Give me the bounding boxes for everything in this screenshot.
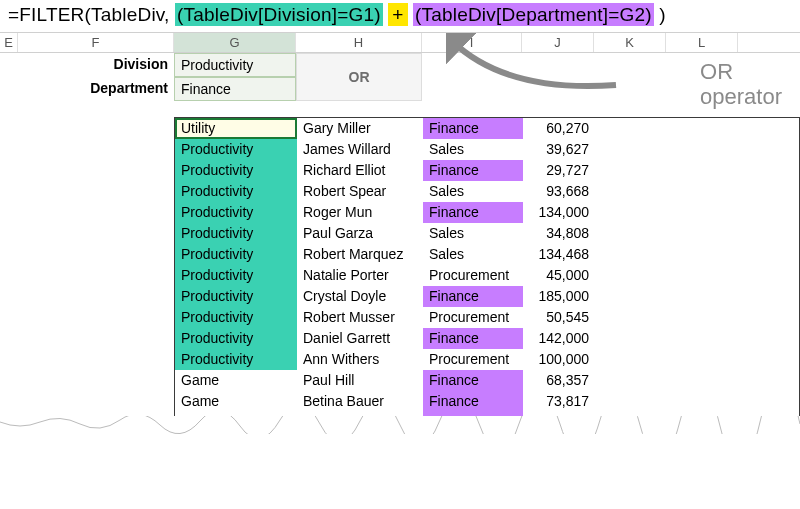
cell-department[interactable]: Finance — [423, 118, 523, 139]
cell-value[interactable]: 60,270 — [523, 118, 595, 139]
formula-seg-cond2: (TableDiv[Department]=G2) — [413, 3, 654, 26]
cell-name[interactable]: Paul Hill — [297, 370, 423, 391]
cell-division[interactable]: Game — [175, 370, 297, 391]
column-header-L[interactable]: L — [666, 33, 738, 52]
cell-value[interactable]: 185,000 — [523, 286, 595, 307]
cell-value[interactable]: 68,357 — [523, 370, 595, 391]
cell-division[interactable]: Productivity — [175, 139, 297, 160]
cell-division[interactable]: Productivity — [175, 349, 297, 370]
cell-department[interactable]: Sales — [423, 181, 523, 202]
cell-name[interactable]: Daniel Garrett — [297, 328, 423, 349]
column-headers: EFGHIJKL — [0, 32, 800, 53]
cell-value[interactable]: 100,000 — [523, 349, 595, 370]
cell-name[interactable]: Ann Withers — [297, 349, 423, 370]
cell-value[interactable]: 34,808 — [523, 223, 595, 244]
cell-value[interactable]: 50,545 — [523, 307, 595, 328]
cell-division[interactable]: Productivity — [175, 307, 297, 328]
cell-name[interactable]: James Willard — [297, 139, 423, 160]
cell-value[interactable]: 73,817 — [523, 391, 595, 412]
cell-division[interactable]: Productivity — [175, 286, 297, 307]
input-division[interactable]: Productivity — [174, 53, 296, 77]
cell-department[interactable]: Procurement — [423, 265, 523, 286]
cell-division[interactable]: Productivity — [175, 223, 297, 244]
column-header-E[interactable]: E — [0, 33, 18, 52]
cell-division[interactable]: Productivity — [175, 244, 297, 265]
cell-department[interactable]: Procurement — [423, 349, 523, 370]
cell-division[interactable]: Productivity — [175, 181, 297, 202]
cell-department[interactable]: Sales — [423, 244, 523, 265]
formula-seg-cond1: (TableDiv[Division]=G1) — [175, 3, 383, 26]
cell-division[interactable]: Productivity — [175, 160, 297, 181]
column-header-G[interactable]: G — [174, 33, 296, 52]
or-button[interactable]: OR — [296, 53, 422, 101]
column-header-F[interactable]: F — [18, 33, 174, 52]
cell-name[interactable]: Betina Bauer — [297, 391, 423, 412]
cell-department[interactable]: Finance — [423, 160, 523, 181]
cell-department[interactable]: Procurement — [423, 307, 523, 328]
cell-department[interactable]: Finance — [423, 391, 523, 412]
cell-name[interactable]: Robert Musser — [297, 307, 423, 328]
cell-value[interactable]: 39,627 — [523, 139, 595, 160]
cell-division[interactable]: Productivity — [175, 328, 297, 349]
formula-seg-func: =FILTER(TableDiv, — [8, 4, 175, 25]
cell-department[interactable]: Sales — [423, 139, 523, 160]
cell-division[interactable]: Game — [175, 391, 297, 412]
cell-name[interactable]: Paul Garza — [297, 223, 423, 244]
cell-value[interactable]: 142,000 — [523, 328, 595, 349]
result-table: UtilityGary MillerFinance60,270Productiv… — [174, 117, 800, 434]
cell-value[interactable]: 134,468 — [523, 244, 595, 265]
column-header-K[interactable]: K — [594, 33, 666, 52]
cell-division[interactable]: Productivity — [175, 202, 297, 223]
cell-department[interactable]: Finance — [423, 328, 523, 349]
column-header-H[interactable]: H — [296, 33, 422, 52]
criteria-area: Division Productivity OR Department Fina… — [0, 53, 800, 101]
cell-value[interactable]: 93,668 — [523, 181, 595, 202]
label-division: Division — [18, 53, 174, 77]
cell-division[interactable]: Utility — [175, 118, 297, 139]
cell-department[interactable]: Finance — [423, 202, 523, 223]
input-department[interactable]: Finance — [174, 77, 296, 101]
cell-value[interactable]: 45,000 — [523, 265, 595, 286]
cell-name[interactable]: Richard Elliot — [297, 160, 423, 181]
cell-name[interactable]: Crystal Doyle — [297, 286, 423, 307]
cell-department[interactable]: Sales — [423, 223, 523, 244]
cell-name[interactable]: Natalie Porter — [297, 265, 423, 286]
cell-name[interactable]: Gary Miller — [297, 118, 423, 139]
formula-seg-close: ) — [654, 4, 666, 25]
formula-seg-plus: + — [388, 3, 407, 26]
column-header-I[interactable]: I — [422, 33, 522, 52]
cell-department[interactable]: Finance — [423, 370, 523, 391]
formula-bar[interactable]: =FILTER(TableDiv, (TableDiv[Division]=G1… — [0, 0, 800, 32]
cell-name[interactable]: Robert Marquez — [297, 244, 423, 265]
cell-name[interactable]: Roger Mun — [297, 202, 423, 223]
cell-division[interactable]: Productivity — [175, 265, 297, 286]
column-header-J[interactable]: J — [522, 33, 594, 52]
cell-name[interactable]: Robert Spear — [297, 181, 423, 202]
cell-value[interactable]: 134,000 — [523, 202, 595, 223]
torn-edge-decoration — [0, 416, 800, 434]
cell-department[interactable]: Finance — [423, 286, 523, 307]
label-department: Department — [18, 77, 174, 101]
cell-value[interactable]: 29,727 — [523, 160, 595, 181]
